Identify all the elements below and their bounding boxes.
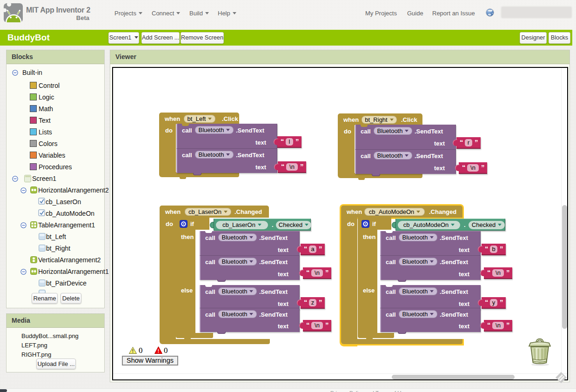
svg-text:!: ! xyxy=(158,349,159,354)
svg-text:!: ! xyxy=(132,349,134,354)
